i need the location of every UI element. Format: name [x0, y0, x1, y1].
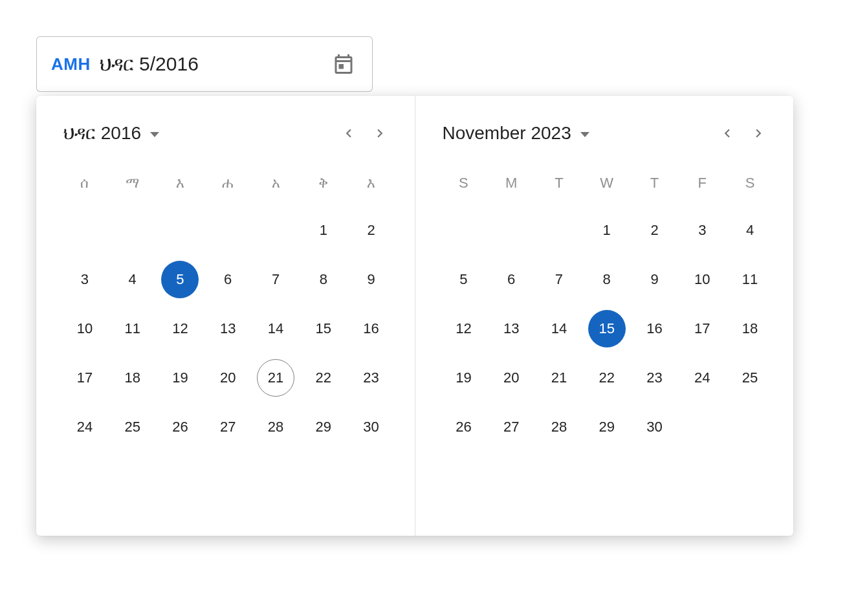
left-month-year-button[interactable]: ህዳር 2016: [63, 123, 141, 144]
calendar-day[interactable]: 17: [66, 359, 104, 397]
calendar-cell: [157, 206, 204, 255]
calendar-cell: [61, 206, 109, 255]
calendar-cell: 28: [252, 402, 300, 452]
calendar-day[interactable]: 24: [66, 408, 104, 446]
calendar-day[interactable]: 23: [636, 359, 674, 397]
left-next-month-button[interactable]: [364, 118, 395, 149]
chevron-right-icon: [371, 125, 388, 142]
calendar-day[interactable]: 3: [66, 261, 104, 298]
calendar-icon[interactable]: [329, 50, 358, 78]
calendar-day[interactable]: 19: [445, 359, 482, 397]
calendar-day[interactable]: 21: [257, 359, 294, 397]
calendar-day[interactable]: 20: [492, 359, 530, 397]
calendar-cell: 23: [631, 353, 679, 402]
calendar-day[interactable]: 7: [257, 261, 294, 298]
calendar-cell: 15: [300, 304, 347, 353]
calendar-cell: 3: [678, 206, 726, 255]
right-next-month-button[interactable]: [743, 118, 774, 149]
calendar-day[interactable]: 5: [445, 261, 482, 298]
calendar-day[interactable]: 15: [588, 310, 626, 347]
calendar-day[interactable]: 21: [540, 359, 578, 397]
calendar-day[interactable]: 23: [353, 359, 390, 397]
calendar-cell: 9: [631, 255, 679, 304]
calendar-day[interactable]: 8: [588, 261, 626, 298]
calendar-day[interactable]: 5: [161, 261, 199, 298]
calendar-cell: 30: [631, 402, 679, 452]
calendar-cell: 18: [726, 304, 774, 353]
calendar-day[interactable]: 10: [66, 310, 104, 347]
calendar-day[interactable]: 18: [731, 310, 769, 347]
calendar-day[interactable]: 17: [683, 310, 721, 347]
calendar-day[interactable]: 12: [161, 310, 199, 347]
calendar-day[interactable]: 12: [445, 310, 482, 347]
calendar-day[interactable]: 16: [636, 310, 674, 347]
calendar-day[interactable]: 25: [114, 408, 151, 446]
calendar-cell: 19: [157, 353, 204, 402]
calendar-day[interactable]: 6: [209, 261, 247, 298]
calendar-day[interactable]: 4: [114, 261, 151, 298]
day-of-week-header: ሰ: [61, 168, 109, 206]
calendar-day[interactable]: 13: [492, 310, 530, 347]
calendar-day[interactable]: 18: [114, 359, 151, 397]
calendar-cell: 26: [440, 402, 488, 452]
calendar-day[interactable]: 28: [540, 408, 578, 446]
calendar-cell: 12: [440, 304, 488, 353]
calendar-cell: 27: [204, 402, 252, 452]
calendar-day[interactable]: 27: [209, 408, 247, 446]
calendar-cell: 24: [61, 402, 109, 452]
calendar-day[interactable]: 25: [731, 359, 769, 397]
calendar-cell: 1: [300, 206, 347, 255]
calendar-day[interactable]: 1: [305, 212, 342, 249]
calendar-day[interactable]: 11: [731, 261, 769, 298]
chevron-down-icon[interactable]: [150, 132, 159, 137]
calendar-day[interactable]: 22: [588, 359, 626, 397]
calendar-cell: 17: [61, 353, 109, 402]
calendar-day[interactable]: 2: [636, 212, 674, 249]
chevron-left-icon: [719, 125, 736, 142]
right-pane-header: November 2023: [440, 118, 775, 149]
calendar-cell: 8: [583, 255, 631, 304]
calendar-day[interactable]: 1: [588, 212, 626, 249]
calendar-day[interactable]: 4: [731, 212, 769, 249]
calendar-cell: 6: [204, 255, 252, 304]
calendar-day[interactable]: 28: [257, 408, 294, 446]
calendar-day[interactable]: 30: [353, 408, 390, 446]
chevron-down-icon[interactable]: [580, 132, 589, 137]
calendar-day[interactable]: 9: [636, 261, 674, 298]
calendar-day[interactable]: 13: [209, 310, 247, 347]
calendar-day[interactable]: 8: [305, 261, 342, 298]
calendar-day[interactable]: 19: [161, 359, 199, 397]
date-picker-container: AMH ህዳር 5/2016 ህዳር 2016 ሰማእሐአቅእ1234567: [36, 36, 800, 536]
calendar-day[interactable]: 16: [353, 310, 390, 347]
calendar-day[interactable]: 30: [636, 408, 674, 446]
date-input-box[interactable]: AMH ህዳር 5/2016: [36, 36, 373, 92]
day-of-week-header: S: [440, 168, 488, 206]
left-calendar-grid: ሰማእሐአቅእ123456789101112131415161718192021…: [61, 168, 395, 452]
calendar-cell: 22: [583, 353, 631, 402]
calendar-day[interactable]: 22: [305, 359, 342, 397]
calendar-day[interactable]: 20: [209, 359, 247, 397]
calendar-day[interactable]: 9: [353, 261, 390, 298]
calendar-day[interactable]: 3: [683, 212, 721, 249]
calendar-day[interactable]: 27: [492, 408, 530, 446]
calendar-day[interactable]: 6: [492, 261, 530, 298]
chevron-left-icon: [340, 125, 357, 142]
calendar-day[interactable]: 2: [353, 212, 390, 249]
calendar-day[interactable]: 14: [540, 310, 578, 347]
calendar-day[interactable]: 11: [114, 310, 151, 347]
calendar-day[interactable]: 14: [257, 310, 294, 347]
calendar-day[interactable]: 24: [683, 359, 721, 397]
calendar-day[interactable]: 15: [305, 310, 342, 347]
left-prev-month-button[interactable]: [333, 118, 364, 149]
calendar-day[interactable]: 26: [161, 408, 199, 446]
right-month-year-button[interactable]: November 2023: [443, 123, 571, 144]
right-prev-month-button[interactable]: [712, 118, 743, 149]
calendar-day[interactable]: 10: [683, 261, 721, 298]
calendar-day[interactable]: 29: [305, 408, 342, 446]
calendar-day[interactable]: 7: [540, 261, 578, 298]
calendar-cell: [487, 206, 535, 255]
calendar-day[interactable]: 26: [445, 408, 482, 446]
calendar-day[interactable]: 29: [588, 408, 626, 446]
calendar-cell: 11: [726, 255, 774, 304]
calendar-cell: 7: [535, 255, 583, 304]
